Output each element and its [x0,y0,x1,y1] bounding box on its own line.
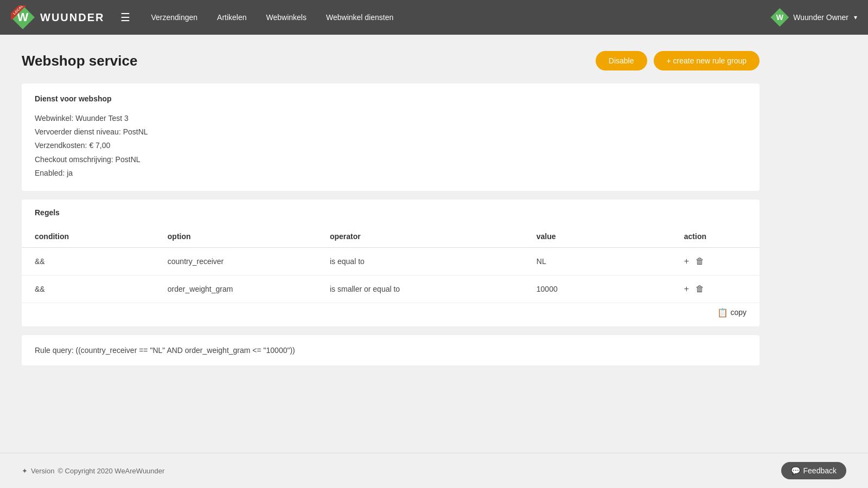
copy-button[interactable]: 📋 copy [717,307,746,318]
header: LOCAL W WUUNDER ☰ Verzendingen Artikelen… [0,0,868,35]
delete-rule-icon[interactable]: 🗑 [695,256,704,266]
create-rule-group-button[interactable]: + create new rule group [654,51,760,70]
copy-cell-empty [22,303,671,326]
query-text: Rule query: ((country_receiver == "NL" A… [35,346,746,355]
row1-value: NL [524,247,671,275]
row1-option: country_receiver [155,247,317,275]
row2-operator: is smaller or equal to [317,275,524,303]
col-header-option: option [155,226,317,248]
rules-card: Regels condition option operator value a… [22,200,760,326]
row2-action-icons: + 🗑 [684,284,746,294]
table-header-row: condition option operator value action [22,226,760,248]
main-content: Webshop service Disable + create new rul… [0,35,781,390]
hamburger-icon[interactable]: ☰ [120,11,130,24]
nav-item-webwinkel-diensten[interactable]: Webwinkel diensten [318,9,401,26]
service-detail-1: Vervoerder dienst niveau: PostNL [35,125,746,139]
service-info: Webwinkel: Wuunder Test 3 Vervoerder die… [35,112,746,180]
col-header-condition: condition [22,226,155,248]
col-header-action: action [671,226,760,248]
rules-table: condition option operator value action &… [22,226,760,326]
page-header: Webshop service Disable + create new rul… [22,51,760,70]
logo-text: WUUNDER [40,11,104,24]
page-actions: Disable + create new rule group [596,51,760,70]
row1-action: + 🗑 [671,247,760,275]
row2-action: + 🗑 [671,275,760,303]
disable-button[interactable]: Disable [596,51,647,70]
chevron-down-icon: ▾ [854,14,857,21]
nav-item-webwinkels[interactable]: Webwinkels [259,9,314,26]
copy-label: copy [730,308,746,317]
logo-wrapper: LOCAL W [11,5,35,29]
main-nav: ☰ Verzendingen Artikelen Webwinkels Webw… [120,9,770,26]
row2-option: order_weight_gram [155,275,317,303]
row2-value: 10000 [524,275,671,303]
service-detail-4: Enabled: ja [35,166,746,180]
service-detail-3: Checkout omschrijving: PostNL [35,153,746,166]
copy-icon: 📋 [717,307,728,318]
nav-item-verzendingen[interactable]: Verzendingen [143,9,205,26]
page-title: Webshop service [22,53,137,69]
row1-condition: && [22,247,155,275]
dienst-section-label: Dienst voor webshop [35,94,746,103]
table-row: && order_weight_gram is smaller or equal… [22,275,760,303]
dienst-card: Dienst voor webshop Webwinkel: Wuunder T… [22,84,760,191]
copy-cell: 📋 copy [671,303,760,326]
user-menu[interactable]: W Wuunder Owner ▾ [770,8,857,27]
copy-row: 📋 copy [22,303,760,326]
rules-section-label: Regels [22,200,760,226]
logo-area: LOCAL W WUUNDER [11,5,104,29]
delete-rule-icon[interactable]: 🗑 [695,284,704,294]
query-card: Rule query: ((country_receiver == "NL" A… [22,335,760,365]
user-avatar-icon: W [770,8,789,27]
row2-condition: && [22,275,155,303]
add-rule-icon[interactable]: + [684,284,689,294]
row1-operator: is equal to [317,247,524,275]
user-name: Wuunder Owner [793,13,848,22]
add-rule-icon[interactable]: + [684,256,689,266]
service-detail-2: Verzendkosten: € 7,00 [35,139,746,152]
col-header-value: value [524,226,671,248]
nav-item-artikelen[interactable]: Artikelen [209,9,254,26]
col-header-operator: operator [317,226,524,248]
table-row: && country_receiver is equal to NL + 🗑 [22,247,760,275]
service-detail-0: Webwinkel: Wuunder Test 3 [35,112,746,125]
row1-action-icons: + 🗑 [684,256,746,266]
